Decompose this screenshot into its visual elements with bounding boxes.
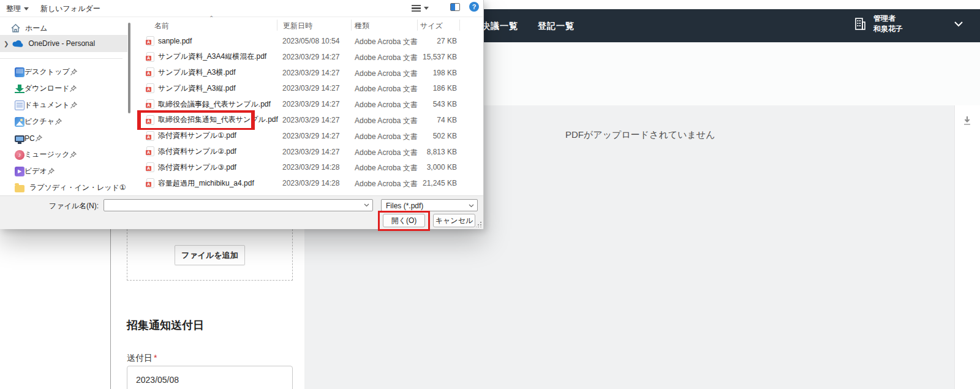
table-row[interactable]: サンプル資料_A3A4縦横混在.pdf 2023/03/29 14:27 Ado… <box>138 49 484 65</box>
file-name-cell[interactable]: 添付資料サンプル②.pdf <box>139 144 253 160</box>
view-options-button[interactable] <box>412 4 429 12</box>
chevron-right-icon[interactable]: ❯ <box>4 40 9 47</box>
column-divider[interactable] <box>351 20 352 31</box>
file-name: 添付資料サンプル②.pdf <box>158 146 236 157</box>
table-row[interactable]: 添付資料サンプル③.pdf 2023/03/29 14:28 Adobe Acr… <box>138 159 484 175</box>
nav-item-registrations[interactable]: 登記一覧 <box>538 21 575 32</box>
user-menu[interactable]: 管理者 和泉花子 <box>853 13 963 35</box>
file-name-cell[interactable]: sanple.pdf <box>139 33 253 49</box>
table-row[interactable]: 添付資料サンプル②.pdf 2023/03/29 14:27 Adobe Acr… <box>138 144 484 160</box>
table-row[interactable]: 添付資料サンプル①.pdf 2023/03/29 14:27 Adobe Acr… <box>138 128 484 144</box>
pin-icon <box>69 85 77 93</box>
table-row[interactable]: 容量超過用_michibiku_a4.pdf 2023/03/29 14:28 … <box>138 175 484 191</box>
table-row[interactable]: 取締役会招集通知_代表サンプル.pdf 2023/03/29 14:27 Ado… <box>138 112 484 128</box>
pin-icon <box>55 118 62 126</box>
dialog-footer: ファイル名(N): Files (*.pdf) 開く(O) キャンセル <box>0 195 483 229</box>
pdf-empty-message: PDFがアップロードされていません <box>565 129 715 141</box>
file-modified: 2023/03/29 14:27 <box>282 132 339 140</box>
sidebar-item-onedrive[interactable]: ❯ OneDrive - Personal <box>0 35 127 52</box>
file-modified: 2023/03/29 14:27 <box>282 148 339 156</box>
sidebar-item-folder[interactable]: ラプソディ・イン・レッド① <box>0 179 127 195</box>
pdf-file-icon <box>146 115 154 125</box>
file-name-cell[interactable]: 添付資料サンプル①.pdf <box>139 128 253 144</box>
file-name: 添付資料サンプル①.pdf <box>158 130 236 141</box>
file-name-cell[interactable]: 取締役会議事録_代表サンプル.pdf <box>139 96 253 112</box>
file-size: 502 KB <box>398 132 457 140</box>
file-name-cell[interactable]: サンプル資料_A3A4縦横混在.pdf <box>139 49 253 65</box>
file-size: 186 KB <box>398 84 457 93</box>
file-size: 198 KB <box>398 69 457 77</box>
documents-icon <box>15 100 24 110</box>
combo-chevron-icon <box>469 204 474 208</box>
help-icon[interactable]: ? <box>469 2 479 12</box>
file-size: 3,000 KB <box>398 163 457 172</box>
file-list-rows: sanple.pdf 2023/05/08 10:54 Adobe Acroba… <box>138 33 484 191</box>
filetype-select[interactable]: Files (*.pdf) <box>381 199 478 211</box>
file-name: 取締役会議事録_代表サンプル.pdf <box>158 99 271 110</box>
column-divider[interactable] <box>459 20 460 31</box>
download-icon[interactable] <box>962 115 973 126</box>
table-row[interactable]: sanple.pdf 2023/05/08 10:54 Adobe Acroba… <box>138 33 484 49</box>
table-row[interactable]: サンプル資料_A3縦.pdf 2023/03/29 14:27 Adobe Ac… <box>138 80 484 96</box>
video-icon <box>15 167 24 176</box>
sidebar-item[interactable]: ピクチャ <box>0 113 127 130</box>
sidebar-item[interactable]: ダウンロード <box>0 80 127 97</box>
section-title: 招集通知送付日 <box>127 318 204 333</box>
music-icon <box>15 150 24 160</box>
table-row[interactable]: サンプル資料_A3横.pdf 2023/03/29 14:27 Adobe Ac… <box>138 65 484 81</box>
file-name-cell[interactable]: サンプル資料_A3縦.pdf <box>139 80 253 96</box>
cancel-button[interactable]: キャンセル <box>433 214 475 227</box>
sidebar-scrollbar[interactable] <box>128 23 130 113</box>
sidebar-pinned-list: デスクトップ ダウンロード ドキュメント ピクチャ PC ミュージック <box>0 64 127 179</box>
file-modified: 2023/03/29 14:27 <box>282 84 339 93</box>
file-name: sanple.pdf <box>158 37 192 45</box>
pin-icon <box>70 69 77 76</box>
file-name-cell[interactable]: 取締役会招集通知_代表サンプル.pdf <box>139 112 253 128</box>
column-header-modified[interactable]: 更新日時 <box>283 21 312 31</box>
preview-pane-icon[interactable] <box>450 3 460 11</box>
file-modified: 2023/03/29 14:27 <box>282 116 339 124</box>
file-name: 取締役会招集通知_代表サンプル.pdf <box>158 115 278 125</box>
pdf-file-icon <box>146 131 154 141</box>
preview-side-toolbar <box>954 105 980 389</box>
pdf-file-icon <box>146 146 154 156</box>
column-divider[interactable] <box>277 20 277 31</box>
column-header-name[interactable]: 名前 <box>154 21 169 31</box>
pdf-file-icon <box>146 52 154 62</box>
file-name-cell[interactable]: 添付資料サンプル③.pdf <box>139 159 253 175</box>
file-name-cell[interactable]: サンプル資料_A3横.pdf <box>139 65 253 81</box>
resize-grip[interactable] <box>476 222 481 227</box>
onedrive-cloud-icon <box>12 40 23 47</box>
sidebar-item[interactable]: ビデオ <box>0 163 127 179</box>
file-name: 容量超過用_michibiku_a4.pdf <box>158 178 254 189</box>
sidebar-item[interactable]: PC <box>0 130 127 146</box>
file-name-cell[interactable]: 容量超過用_michibiku_a4.pdf <box>139 175 253 191</box>
sidebar-item[interactable]: デスクトップ <box>0 64 127 80</box>
building-icon <box>853 17 867 31</box>
column-divider[interactable] <box>417 20 418 31</box>
new-folder-button[interactable]: 新しいフォルダー <box>40 4 100 14</box>
filename-label: ファイル名(N): <box>0 201 99 211</box>
sidebar-item[interactable]: ドキュメント <box>0 97 127 113</box>
chevron-down-icon <box>954 21 963 27</box>
file-name: サンプル資料_A3A4縦横混在.pdf <box>158 51 266 62</box>
organize-menu[interactable]: 整理 <box>6 4 29 14</box>
pin-icon <box>69 151 77 159</box>
pdf-file-icon <box>146 83 154 93</box>
file-modified: 2023/03/29 14:28 <box>282 163 339 172</box>
caret-down-icon <box>424 7 429 10</box>
combo-chevron-icon[interactable] <box>364 203 369 207</box>
table-row[interactable]: 取締役会議事録_代表サンプル.pdf 2023/03/29 14:27 Adob… <box>138 96 484 112</box>
pin-icon <box>35 135 42 142</box>
nav-item-resolutions[interactable]: 決議一覧 <box>481 21 518 32</box>
dialog-toolbar: 整理 新しいフォルダー ? <box>0 0 483 17</box>
sidebar-item-home[interactable]: ホーム <box>0 20 127 36</box>
send-date-input[interactable] <box>127 366 293 389</box>
column-header-size[interactable]: サイズ <box>420 21 443 31</box>
add-file-button[interactable]: ファイルを追加 <box>175 245 245 265</box>
sidebar-item[interactable]: ミュージック <box>0 146 127 163</box>
open-button[interactable]: 開く(O) <box>383 214 425 227</box>
filename-input[interactable] <box>104 199 373 211</box>
pictures-icon <box>15 117 24 127</box>
column-header-type[interactable]: 種類 <box>355 21 369 31</box>
